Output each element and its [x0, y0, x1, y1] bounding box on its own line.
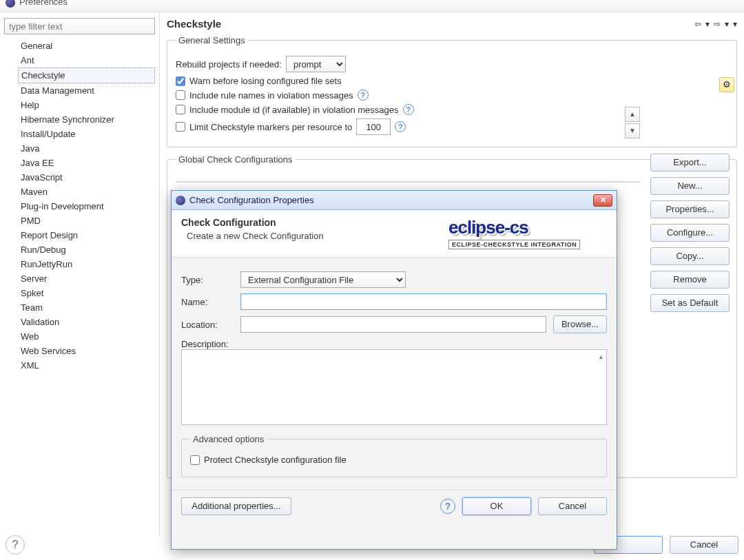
- dialog-heading: Check Configuration: [181, 217, 324, 228]
- rebuild-label: Rebuild projects if needed:: [176, 59, 282, 70]
- global-configs-legend: Global Check Configurations: [176, 154, 295, 165]
- warn-checkbox[interactable]: [176, 76, 185, 86]
- sidebar-item-spket[interactable]: Spket: [18, 286, 155, 300]
- remove-button[interactable]: Remove: [650, 271, 730, 289]
- check-config-dialog: Check Configuration Properties ✕ Check C…: [171, 190, 617, 550]
- logo-text: eclipse-cs: [448, 217, 607, 238]
- browse-button[interactable]: Browse...: [553, 315, 607, 333]
- module-id-label: Include module id (if available) in viol…: [189, 105, 399, 115]
- protect-label: Protect Checkstyle configuration file: [204, 455, 347, 465]
- protect-checkbox[interactable]: [190, 455, 200, 465]
- eclipse-icon: [6, 0, 15, 8]
- window-title: Preferences: [19, 0, 68, 7]
- set-default-button[interactable]: Set as Default: [650, 294, 730, 312]
- limit-checkbox[interactable]: [176, 122, 185, 132]
- sidebar-item-xml[interactable]: XML: [18, 358, 155, 373]
- rule-names-checkbox[interactable]: [176, 90, 185, 100]
- type-select[interactable]: External Configuration File: [240, 271, 406, 288]
- sidebar-item-run-debug[interactable]: Run/Debug: [18, 242, 155, 257]
- sidebar-item-javascript[interactable]: JavaScript: [18, 170, 155, 185]
- sidebar-item-validation[interactable]: Validation: [18, 315, 155, 329]
- eclipse-cs-logo: eclipse-cs ECLIPSE-CHECKSTYLE INTEGRATIO…: [448, 217, 607, 250]
- sidebar-item-pmd[interactable]: PMD: [18, 214, 155, 228]
- name-label: Name:: [181, 297, 234, 307]
- configure-button[interactable]: Configure...: [650, 224, 730, 242]
- advanced-options-legend: Advanced options: [190, 434, 267, 444]
- dialog-banner: Check Configuration Create a new Check C…: [172, 210, 617, 258]
- ok-button[interactable]: OK: [462, 497, 531, 515]
- limit-value-input[interactable]: [356, 118, 391, 135]
- help-icon[interactable]: ?: [440, 499, 455, 514]
- module-id-checkbox[interactable]: [176, 105, 185, 114]
- rebuild-select[interactable]: prompt: [286, 56, 346, 72]
- config-table[interactable]: [176, 181, 640, 183]
- sidebar-item-install-update[interactable]: Install/Update: [18, 127, 155, 141]
- help-icon[interactable]: ?: [358, 90, 369, 101]
- cancel-button[interactable]: Cancel: [670, 536, 738, 554]
- new-button[interactable]: New...: [650, 177, 730, 195]
- window-titlebar: Preferences: [0, 0, 744, 12]
- export-button[interactable]: Export...: [650, 154, 730, 172]
- general-settings-legend: General Settings: [176, 35, 248, 45]
- general-settings-group: General Settings Rebuild projects if nee…: [167, 35, 737, 147]
- sidebar-item-checkstyle[interactable]: Checkstyle: [18, 68, 155, 83]
- help-icon[interactable]: ?: [6, 535, 25, 554]
- preferences-sidebar: GeneralAntCheckstyleData ManagementHelpH…: [0, 12, 160, 536]
- advanced-options-group: Advanced options Protect Checkstyle conf…: [181, 434, 607, 477]
- description-label: Description:: [181, 339, 607, 349]
- dialog-titlebar[interactable]: Check Configuration Properties ✕: [172, 191, 617, 210]
- additional-properties-button[interactable]: Additional properties...: [181, 497, 291, 515]
- sidebar-item-java[interactable]: Java: [18, 141, 155, 156]
- sidebar-item-hibernate-synchronizer[interactable]: Hibernate Synchronizer: [18, 112, 155, 127]
- location-label: Location:: [181, 320, 234, 330]
- cancel-button[interactable]: Cancel: [538, 497, 607, 515]
- warn-label: Warn before losing configured file sets: [189, 76, 342, 86]
- help-icon[interactable]: ?: [395, 121, 406, 132]
- preferences-tree[interactable]: GeneralAntCheckstyleData ManagementHelpH…: [4, 39, 155, 373]
- sidebar-item-web-services[interactable]: Web Services: [18, 344, 155, 358]
- sidebar-item-web[interactable]: Web: [18, 329, 155, 344]
- dialog-subheading: Create a new Check Configuration: [181, 231, 324, 241]
- sidebar-item-ant[interactable]: Ant: [18, 53, 155, 68]
- sidebar-item-team[interactable]: Team: [18, 300, 155, 315]
- dialog-footer: Additional properties... ? OK Cancel: [172, 490, 617, 522]
- sidebar-item-help[interactable]: Help: [18, 98, 155, 112]
- logo-subtext: ECLIPSE-CHECKSTYLE INTEGRATION: [448, 240, 580, 249]
- menu-icon[interactable]: ▾: [733, 19, 737, 29]
- location-input[interactable]: [240, 316, 546, 333]
- sidebar-item-java-ee[interactable]: Java EE: [18, 156, 155, 170]
- sidebar-item-data-management[interactable]: Data Management: [18, 83, 155, 98]
- dialog-title: Check Configuration Properties: [189, 195, 314, 205]
- copy-button[interactable]: Copy...: [650, 247, 730, 265]
- limit-label: Limit Checkstyle markers per resource to: [189, 122, 352, 132]
- sidebar-item-runjettyrun[interactable]: RunJettyRun: [18, 257, 155, 271]
- eclipse-icon: [176, 196, 185, 205]
- sidebar-item-maven[interactable]: Maven: [18, 185, 155, 199]
- name-input[interactable]: [240, 293, 607, 310]
- move-up-icon[interactable]: ▲: [625, 107, 640, 122]
- help-icon[interactable]: ?: [403, 104, 414, 115]
- dropdown-icon[interactable]: ▾: [725, 19, 729, 29]
- sidebar-item-plug-in-development[interactable]: Plug-in Development: [18, 199, 155, 214]
- sidebar-item-general[interactable]: General: [18, 39, 155, 53]
- rule-names-label: Include rule names in violation messages: [189, 90, 353, 101]
- sidebar-item-report-design[interactable]: Report Design: [18, 228, 155, 242]
- forward-icon[interactable]: ⇨: [714, 19, 721, 29]
- filter-input[interactable]: [4, 18, 155, 34]
- page-title: Checkstyle: [167, 18, 221, 30]
- page-nav-icons[interactable]: ⇦▾ ⇨▾ ▾: [694, 19, 737, 29]
- type-label: Type:: [181, 275, 234, 285]
- description-textarea[interactable]: [181, 349, 607, 425]
- sidebar-item-server[interactable]: Server: [18, 271, 155, 286]
- close-icon[interactable]: ✕: [593, 194, 612, 207]
- properties-button[interactable]: Properties...: [650, 200, 730, 218]
- back-icon[interactable]: ⇦: [694, 19, 701, 29]
- move-down-icon[interactable]: ▼: [625, 123, 640, 138]
- dropdown-icon[interactable]: ▾: [705, 19, 710, 29]
